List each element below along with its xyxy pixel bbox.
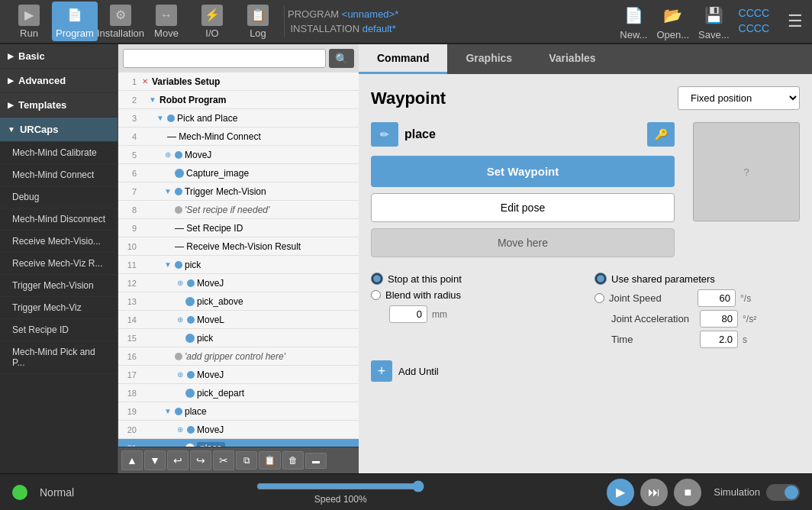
sidebar-item-trigger-mech-vision[interactable]: Trigger Mech-Vision [0,275,118,297]
sidebar-section-templates[interactable]: ▶ Templates [0,93,118,118]
stop-button[interactable]: ■ [674,479,701,506]
search-input[interactable] [123,49,326,68]
delete-button[interactable]: 🗑 [282,451,304,470]
joint-speed-unit: °/s [740,293,751,304]
status-label: Normal [40,486,74,499]
move-button[interactable]: ↔ Move [143,2,189,41]
skip-button[interactable]: ⏭ [640,479,668,506]
program-icon: 📄 [64,5,85,26]
tree-row-selected[interactable]: 21 place [118,439,359,447]
edit-pose-button[interactable]: Edit pose [371,193,675,222]
sidebar-section-basic[interactable]: ▶ Basic [0,44,118,69]
tree-row[interactable]: 2 ▼ Robot Program [118,91,359,109]
tree-row[interactable]: 15 pick [118,329,359,347]
sidebar-item-receive-mech-vision[interactable]: Receive Mech-Visio... [0,231,118,253]
status-dot [12,485,27,500]
tree-row[interactable]: 11 ▼ pick [118,256,359,274]
move-up-button[interactable]: ▲ [121,450,143,470]
tab-command[interactable]: Command [359,44,447,74]
joint-accel-input[interactable] [700,310,738,328]
blend-value-input[interactable] [389,305,427,323]
use-shared-radio[interactable] [594,273,607,285]
time-unit: s [743,334,747,345]
move-here-button[interactable]: Move here [371,228,675,257]
tree-row[interactable]: 12 ⊕ MoveJ [118,274,359,292]
save-file-button[interactable]: 💾 Save... [698,3,729,40]
blend-value-row: mm [389,305,576,323]
sidebar-item-receive-mech-viz[interactable]: Receive Mech-Viz R... [0,253,118,275]
suppress-button[interactable]: ▬ [305,453,327,469]
speed-slider[interactable] [256,480,424,492]
tab-variables[interactable]: Variables [530,44,614,74]
sidebar-item-trigger-mech-viz[interactable]: Trigger Mech-Viz [0,297,118,319]
tree-row[interactable]: 3 ▼ Pick and Place [118,109,359,128]
tree-row[interactable]: 1 ✕ Variables Setup [118,73,359,91]
sidebar-section-urcaps[interactable]: ▼ URCaps [0,118,118,142]
tree-row[interactable]: 16 'add gripper control here' [118,347,359,366]
tree-row[interactable]: 19 ▼ place [118,402,359,421]
tree-row[interactable]: 18 pick_depart [118,384,359,402]
hamburger-button[interactable]: ☰ [785,8,806,34]
joint-speed-radio[interactable] [594,293,604,303]
blend-radius-label: Blend with radius [385,289,461,301]
tree-row[interactable]: 8 'Set recipe if needed' [118,201,359,219]
toggle-knob [785,486,798,499]
add-until-button[interactable]: + [371,360,392,382]
waypoint-dot-7 [175,188,182,195]
tree-row[interactable]: 13 pick_above [118,292,359,311]
sidebar-item-mech-mind-connect[interactable]: Mech-Mind Connect [0,164,118,186]
tree-row[interactable]: 4 — Mech-Mind Connect [118,128,359,146]
copy-button[interactable]: ⧉ [236,451,257,470]
sidebar-item-mech-mind-pick[interactable]: Mech-Mind Pick and P... [0,341,118,374]
time-input[interactable] [700,331,738,348]
fixed-position-select[interactable]: Fixed position [678,86,800,110]
installation-button[interactable]: ⚙ Installation [98,2,143,41]
sidebar-item-mech-mind-disconnect[interactable]: Mech-Mind Disconnect [0,208,118,231]
redo-button[interactable]: ↪ [190,450,211,470]
paste-button[interactable]: 📋 [259,451,281,470]
set-waypoint-button[interactable]: Set Waypoint [371,156,675,187]
templates-arrow-icon: ▶ [8,101,14,109]
tree-row[interactable]: 10 — Receive Mech-Vision Result [118,237,359,256]
log-button[interactable]: 📋 Log [235,2,281,41]
play-button[interactable]: ▶ [607,479,634,506]
tree-row[interactable]: 17 ⊕ MoveJ [118,366,359,384]
waypoint-preview: ? [693,122,800,221]
tree-row[interactable]: 5 ⊕ MoveJ [118,146,359,164]
key-button[interactable]: 🔑 [647,122,675,147]
program-button[interactable]: 📄 Program [52,2,98,41]
stop-at-point-radio[interactable] [371,273,383,285]
io-button[interactable]: ⚡ I/O [189,2,235,41]
tree-row[interactable]: 20 ⊕ MoveJ [118,421,359,439]
open-file-button[interactable]: 📂 Open... [656,3,689,40]
cut-button[interactable]: ✂ [213,450,234,470]
movej-icon-5: ⊕ [163,150,173,160]
edit-name-button[interactable]: ✏ [371,122,398,147]
run-button[interactable]: ▶ Run [6,2,52,41]
tree-row[interactable]: 14 ⊕ MoveL [118,311,359,329]
blend-radius-radio[interactable] [371,290,381,300]
tree-row[interactable]: 9 — Set Recipe ID [118,219,359,237]
center-panel: 🔍 1 ✕ Variables Setup 2 ▼ Robot Program … [118,44,359,473]
joint-accel-unit: °/s² [743,314,756,324]
sidebar-section-advanced[interactable]: ▶ Advanced [0,69,118,93]
move-down-button[interactable]: ▼ [144,450,166,470]
waypoint-name-row: ✏ place 🔑 [371,122,675,147]
tab-graphics[interactable]: Graphics [447,44,530,74]
simulation-toggle[interactable] [766,484,800,501]
tree-row[interactable]: 7 ▼ Trigger Mech-Vision [118,182,359,201]
waypoint-title: Waypoint [371,89,446,108]
place-icon-19: ▼ [163,406,173,417]
right-param-col: Use shared parameters Joint Speed °/s Jo… [594,273,800,351]
tree-area[interactable]: 1 ✕ Variables Setup 2 ▼ Robot Program 3 … [118,73,359,447]
use-shared-label: Use shared parameters [611,273,715,285]
new-file-button[interactable]: 📄 New... [620,3,647,40]
waypoint-dropdown[interactable]: Fixed position [678,86,800,110]
search-button[interactable]: 🔍 [329,49,354,68]
tree-row[interactable]: 6 Capture_image [118,164,359,182]
sidebar-item-debug[interactable]: Debug [0,186,118,208]
sidebar-item-mech-mind-calibrate[interactable]: Mech-Mind Calibrate [0,142,118,164]
joint-speed-input[interactable] [698,289,736,307]
undo-button[interactable]: ↩ [167,450,188,470]
sidebar-item-set-recipe-id[interactable]: Set Recipe ID [0,319,118,341]
